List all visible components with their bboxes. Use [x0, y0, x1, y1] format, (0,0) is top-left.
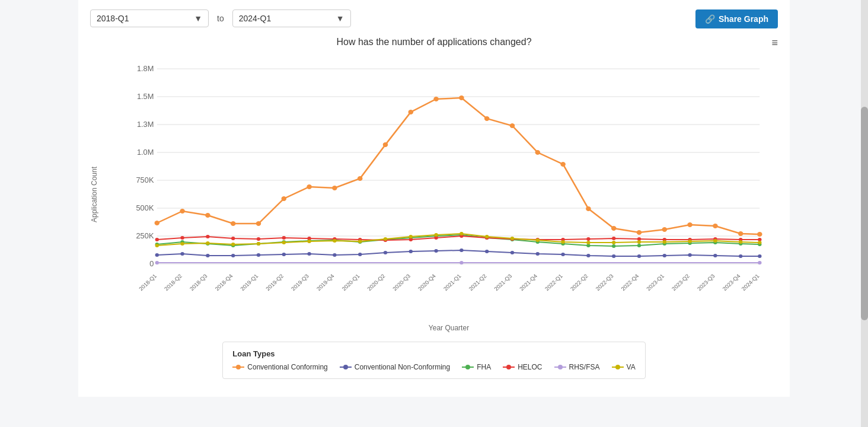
- start-date-value: 2018-Q1: [97, 14, 129, 23]
- svg-text:2022-Q4: 2022-Q4: [620, 273, 640, 292]
- svg-point-66: [155, 253, 159, 257]
- svg-text:2018-Q4: 2018-Q4: [214, 273, 234, 292]
- non-conforming-legend-icon: [340, 364, 352, 371]
- svg-point-154: [409, 235, 413, 238]
- svg-point-60: [637, 230, 642, 235]
- svg-point-160: [561, 240, 564, 244]
- svg-point-120: [257, 237, 260, 241]
- svg-point-180: [615, 365, 620, 369]
- date-range-controls: 2018-Q1 ▼ to 2024-Q1 ▼: [90, 9, 778, 27]
- share-graph-label: Share Graph: [719, 14, 768, 24]
- svg-text:2021-Q1: 2021-Q1: [442, 273, 462, 292]
- y-axis-label: Application Count: [90, 167, 98, 222]
- svg-point-164: [663, 240, 666, 244]
- svg-point-144: [155, 244, 159, 247]
- svg-point-78: [459, 248, 463, 252]
- svg-point-152: [358, 240, 362, 243]
- legend-item-heloc: HELOC: [503, 363, 542, 371]
- svg-point-110: [637, 244, 641, 247]
- share-graph-button[interactable]: 🔗 Share Graph: [695, 9, 778, 28]
- svg-text:2018-Q3: 2018-Q3: [189, 273, 209, 292]
- svg-text:2020-Q2: 2020-Q2: [366, 273, 387, 292]
- conforming-legend-icon: [232, 364, 244, 371]
- link-icon: 🔗: [705, 14, 715, 24]
- svg-point-50: [383, 142, 388, 147]
- svg-point-141: [155, 261, 159, 265]
- svg-point-87: [688, 253, 691, 257]
- svg-point-156: [459, 232, 463, 235]
- svg-text:2023-Q2: 2023-Q2: [671, 273, 691, 292]
- svg-point-174: [465, 365, 470, 369]
- svg-text:2022-Q2: 2022-Q2: [569, 273, 589, 292]
- svg-point-52: [433, 97, 439, 101]
- chart-svg: 1.8M 1.5M 1.3M 1.0M 750K 500K 250K 0 201…: [132, 57, 766, 294]
- non-conforming-line: [157, 250, 760, 256]
- svg-text:2018-Q2: 2018-Q2: [163, 273, 183, 292]
- svg-point-53: [459, 95, 464, 100]
- svg-point-62: [687, 222, 693, 227]
- end-date-value: 2024-Q1: [239, 14, 271, 23]
- legend-item-conforming: Conventional Conforming: [232, 363, 327, 371]
- svg-point-74: [358, 253, 362, 256]
- svg-point-58: [586, 206, 591, 211]
- svg-point-89: [739, 254, 742, 258]
- svg-point-55: [510, 123, 515, 128]
- scrollbar[interactable]: [861, 0, 868, 427]
- svg-text:1.0M: 1.0M: [137, 148, 154, 157]
- svg-point-71: [282, 253, 286, 256]
- end-date-chevron-icon: ▼: [336, 14, 344, 23]
- svg-point-81: [536, 252, 540, 256]
- svg-point-43: [205, 213, 210, 218]
- svg-point-47: [307, 184, 312, 189]
- heloc-line: [157, 236, 760, 240]
- svg-point-146: [206, 241, 209, 245]
- svg-text:1.3M: 1.3M: [137, 120, 154, 129]
- svg-point-166: [713, 239, 717, 243]
- svg-text:2021-Q4: 2021-Q4: [518, 273, 538, 292]
- svg-point-83: [586, 254, 590, 257]
- svg-text:250K: 250K: [136, 232, 155, 240]
- svg-text:2022-Q3: 2022-Q3: [595, 273, 615, 292]
- svg-text:2019-Q4: 2019-Q4: [315, 273, 336, 292]
- svg-text:2019-Q1: 2019-Q1: [240, 273, 260, 292]
- svg-point-57: [560, 162, 566, 167]
- svg-point-148: [257, 242, 260, 246]
- svg-point-90: [758, 254, 761, 258]
- svg-point-76: [409, 250, 413, 253]
- chart-legend: Loan Types Conventional Conforming: [222, 342, 645, 379]
- legend-item-fha: FHA: [462, 363, 491, 371]
- svg-point-75: [384, 251, 387, 254]
- svg-point-61: [662, 227, 668, 232]
- svg-point-64: [738, 231, 743, 236]
- svg-point-84: [612, 254, 615, 258]
- svg-point-143: [758, 261, 761, 265]
- heloc-legend-icon: [503, 364, 515, 371]
- svg-point-145: [180, 242, 184, 246]
- svg-point-159: [536, 238, 540, 242]
- start-date-select[interactable]: 2018-Q1 ▼: [90, 9, 209, 27]
- svg-point-79: [485, 250, 489, 253]
- svg-point-48: [332, 186, 337, 190]
- svg-point-88: [713, 254, 717, 257]
- start-date-chevron-icon: ▼: [194, 14, 202, 23]
- svg-point-68: [206, 254, 209, 257]
- svg-point-142: [459, 261, 463, 265]
- svg-text:1.8M: 1.8M: [137, 65, 154, 73]
- svg-text:2023-Q1: 2023-Q1: [645, 273, 665, 292]
- svg-point-119: [231, 237, 235, 240]
- svg-text:2020-Q4: 2020-Q4: [417, 273, 437, 292]
- svg-text:2022-Q1: 2022-Q1: [544, 273, 564, 292]
- svg-text:2021-Q3: 2021-Q3: [493, 273, 513, 292]
- svg-point-150: [307, 240, 311, 243]
- chart-menu-icon[interactable]: ≡: [771, 37, 778, 49]
- legend-item-va: VA: [612, 363, 636, 371]
- end-date-select[interactable]: 2024-Q1 ▼: [232, 9, 351, 27]
- svg-text:2020-Q3: 2020-Q3: [391, 273, 411, 292]
- svg-text:1.5M: 1.5M: [137, 93, 154, 101]
- scrollbar-thumb[interactable]: [861, 107, 868, 320]
- svg-text:2024-Q1: 2024-Q1: [741, 273, 761, 292]
- legend-items: Conventional Conforming Conventional Non…: [232, 363, 635, 371]
- legend-item-rhsfsa: RHS/FSA: [554, 363, 600, 371]
- svg-point-73: [333, 253, 336, 257]
- svg-point-42: [180, 209, 185, 214]
